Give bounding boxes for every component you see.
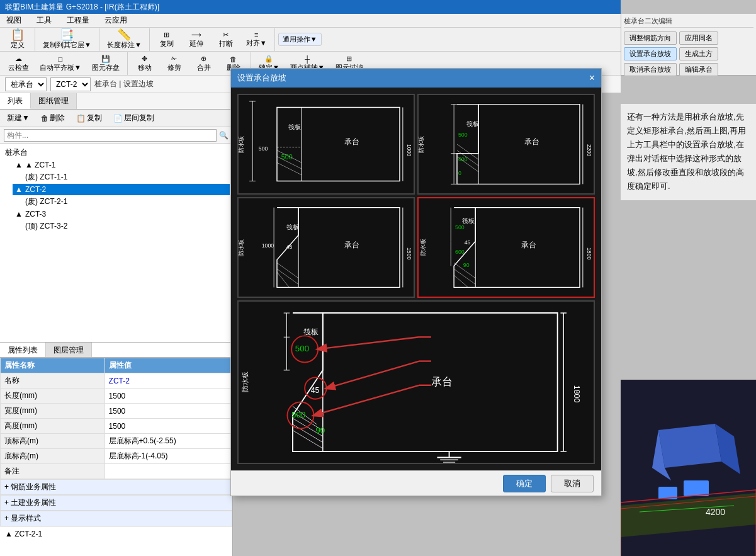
tree-item-zct1-1[interactable]: (废) ZCT-1-1: [23, 171, 230, 184]
props-tab-layers[interactable]: 图层管理: [46, 343, 92, 357]
svg-text:4200: 4200: [706, 507, 725, 517]
tree-item-zct1[interactable]: ▲ ▲ ZCT-1: [13, 159, 230, 171]
props-row-width: 宽度(mm) 1500: [1, 404, 232, 419]
svg-text:防水板: 防水板: [420, 239, 426, 256]
svg-rect-17: [420, 95, 592, 193]
svg-text:500: 500: [295, 344, 309, 353]
svg-text:1000: 1000: [406, 144, 412, 157]
svg-text:90: 90: [315, 426, 325, 435]
value-bot-elev[interactable]: 层底标高-1(-4.05): [104, 449, 232, 464]
zct1-toggle: ▲: [15, 161, 23, 169]
btn-apply-same[interactable]: 应用同名: [679, 31, 718, 45]
btn-edit-cap[interactable]: 编辑承台: [679, 63, 718, 76]
tree-root[interactable]: 桩承台: [3, 146, 230, 159]
svg-text:500: 500: [291, 410, 305, 419]
btn-adjust-rebar[interactable]: 调整钢筋方向: [624, 31, 677, 45]
btn-auto-level[interactable]: □ 自动平齐板▼: [35, 54, 86, 74]
annotation-panel: 还有一种方法是用桩承台放坡,先定义矩形桩承台,然后画上图,再用上方工具栏中的设置…: [621, 104, 756, 200]
value-height[interactable]: 1500: [104, 419, 232, 434]
btn-copy-layer[interactable]: 📑 复制到其它层▼: [38, 27, 96, 52]
svg-text:500: 500: [259, 145, 268, 152]
value-top-elev[interactable]: 层底标高+0.5(-2.55): [104, 434, 232, 449]
label-bot-elev: 底标高(m): [1, 449, 105, 464]
svg-text:承台: 承台: [521, 241, 536, 249]
zct1-1-label: (废) ZCT-1-1: [25, 172, 67, 183]
svg-text:45: 45: [286, 244, 293, 250]
btn-gen-earth[interactable]: 生成土方: [679, 47, 718, 60]
menu-quantity[interactable]: 工程量: [63, 14, 93, 27]
btn-auto-level-label: 自动平齐板▼: [40, 63, 81, 72]
section-display[interactable]: + 显示样式: [0, 511, 232, 526]
layer-copy-icon: 📄: [113, 114, 123, 123]
props-tab-list[interactable]: 属性列表: [0, 343, 46, 357]
cancel-button[interactable]: 取消: [551, 475, 594, 492]
btn-extend[interactable]: ⟶ 延伸: [183, 29, 210, 50]
value-name[interactable]: ZCT-2: [104, 373, 232, 389]
diagram-cell-4[interactable]: 防水板 筏板 承台 45 500 600 90 1800: [417, 197, 595, 298]
btn-layer-copy[interactable]: 📄 层间复制: [109, 111, 159, 125]
diagram-cell-1[interactable]: 防水板 筏板 承台 500 1000 500: [237, 94, 415, 195]
section-rebar[interactable]: + 钢筋业务属性: [0, 479, 232, 495]
btn-copy-elem[interactable]: 📋 复制: [72, 111, 106, 125]
btn-new[interactable]: 新建▼: [3, 111, 34, 125]
component-type-select[interactable]: 桩承台: [5, 77, 47, 91]
btn-copy-label: 复制: [160, 39, 174, 48]
menu-tools[interactable]: 工具: [33, 14, 55, 27]
svg-text:防水板: 防水板: [239, 136, 244, 153]
tab-drawing[interactable]: 图纸管理: [31, 93, 77, 109]
svg-text:筏板: 筏板: [288, 123, 301, 130]
zct3-label: ZCT-3: [25, 210, 46, 218]
lock-icon: 🔒: [264, 55, 273, 63]
menu-view[interactable]: 视图: [3, 14, 25, 27]
component-id-select[interactable]: ZCT-2: [50, 77, 91, 91]
section-general[interactable]: 通用操作▼: [278, 33, 322, 46]
copy-elem-icon: 📋: [76, 114, 86, 123]
value-length[interactable]: 1500: [104, 389, 232, 404]
dialog-close-button[interactable]: ×: [589, 72, 595, 84]
menu-cloud[interactable]: 云应用: [101, 14, 131, 27]
diagram-cell-2[interactable]: 防水板 筏板 承台 2200 500 600 0: [417, 94, 595, 195]
search-input[interactable]: [4, 129, 217, 142]
cloud-icon: ☁: [15, 55, 22, 63]
btn-cloud-check[interactable]: ☁ 云检查: [4, 53, 33, 74]
tree-item-zct2-1[interactable]: (废) ZCT-2-1: [23, 195, 230, 208]
tree-group-zct2: (废) ZCT-2-1: [13, 195, 230, 208]
diagram-svg-1: 防水板 筏板 承台 500 1000 500: [239, 95, 414, 193]
tree-item-zct3[interactable]: ▲ ZCT-3: [13, 208, 230, 220]
tree-item-zct2-1-bottom[interactable]: ▲ ZCT-2-1: [0, 526, 232, 541]
btn-define-label: 定义: [11, 40, 25, 50]
dialog-title-bar: 设置承台放坡 ×: [231, 69, 601, 88]
btn-del-label: 删除: [50, 113, 65, 123]
props-row-name: 名称 ZCT-2: [1, 373, 232, 389]
btn-break[interactable]: ✂ 打断: [212, 29, 240, 50]
search-bar: 🔍: [0, 127, 232, 144]
diagram-large: 防水板 筏板 承台 45 1800: [237, 300, 595, 464]
btn-merge[interactable]: ⊕ 合并: [190, 53, 218, 74]
copy-layer-icon: 📑: [60, 29, 74, 40]
btn-define[interactable]: 📋 定义: [4, 27, 31, 52]
btn-copy[interactable]: ⊞ 复制: [153, 29, 181, 50]
label-name: 名称: [1, 373, 105, 389]
tree-item-zct2[interactable]: ▲ ZCT-2: [13, 184, 230, 195]
btn-del[interactable]: 🗑 删除: [37, 111, 69, 125]
svg-text:承台: 承台: [344, 241, 359, 249]
dialog-title-text: 设置承台放坡: [237, 72, 286, 84]
btn-set-slope[interactable]: 设置承台放坡: [624, 47, 677, 60]
section-civil[interactable]: + 土建业务属性: [0, 495, 232, 511]
btn-move[interactable]: ✥ 移动: [131, 53, 159, 74]
btn-cancel-slope[interactable]: 取消承台放坡: [624, 63, 677, 76]
btn-len-mark[interactable]: 📏 长度标注▼: [103, 27, 146, 52]
search-icon[interactable]: 🔍: [219, 131, 228, 140]
value-width[interactable]: 1500: [104, 404, 232, 419]
btn-save-elem[interactable]: 💾 图元存盘: [87, 53, 124, 74]
rt-row2: 设置承台放坡 生成土方: [624, 46, 753, 62]
svg-text:2200: 2200: [586, 144, 592, 157]
value-note[interactable]: [104, 464, 232, 479]
btn-align[interactable]: ≡ 对齐▼: [242, 29, 271, 50]
tab-list[interactable]: 列表: [0, 93, 31, 109]
btn-trim[interactable]: ✁ 修剪: [161, 53, 188, 74]
confirm-button[interactable]: 确定: [503, 475, 546, 492]
tree-item-zct3-2[interactable]: (顶) ZCT-3-2: [23, 220, 230, 233]
breadcrumb-label: 桩承台 | 设置边坡: [94, 79, 154, 89]
diagram-cell-3[interactable]: 防水板 筏板 承台 45 1500 1000: [237, 197, 415, 298]
